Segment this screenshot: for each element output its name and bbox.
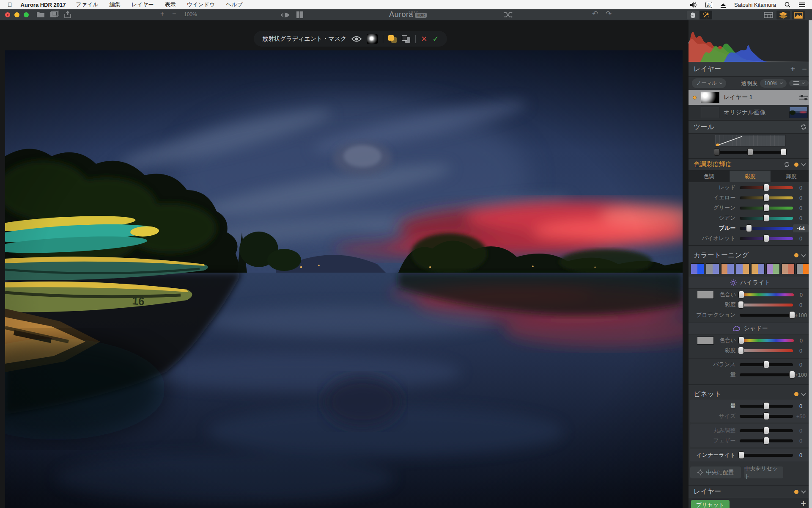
- toning-swatch[interactable]: [721, 263, 735, 274]
- open-file-icon[interactable]: [36, 11, 45, 18]
- layer-menu-button[interactable]: [789, 80, 809, 86]
- reset-icon[interactable]: [784, 161, 790, 168]
- menu-window[interactable]: ウインドウ: [187, 1, 215, 8]
- slider-handle[interactable]: [789, 371, 795, 378]
- histogram[interactable]: [689, 20, 812, 62]
- filter-enabled-dot[interactable]: [794, 392, 798, 396]
- chevron-down-icon[interactable]: [801, 161, 806, 166]
- notification-center-icon[interactable]: [799, 3, 805, 7]
- export-icon[interactable]: [64, 11, 71, 19]
- slider-handle[interactable]: [763, 437, 769, 444]
- menu-file[interactable]: ファイル: [76, 1, 98, 8]
- slider-handle[interactable]: [738, 451, 744, 459]
- filter-enabled-dot[interactable]: [794, 253, 798, 257]
- toning-swatch[interactable]: [751, 263, 765, 274]
- minimize-window-button[interactable]: [14, 12, 19, 17]
- volume-icon[interactable]: [690, 2, 697, 8]
- slider-handle[interactable]: [746, 224, 752, 232]
- mask-thumbnail[interactable]: [367, 34, 378, 44]
- zoom-out-button[interactable]: −: [172, 10, 176, 18]
- batch-icon[interactable]: [50, 11, 59, 18]
- brush-tool-button[interactable]: [700, 11, 712, 19]
- zoom-level[interactable]: 100%: [184, 11, 197, 17]
- undo-button[interactable]: ↶: [592, 9, 598, 18]
- luminosity-tool-widget[interactable]: [689, 134, 812, 158]
- hand-tool-button[interactable]: [687, 11, 700, 19]
- eject-icon[interactable]: [721, 3, 726, 6]
- redo-button[interactable]: ↷: [606, 9, 612, 18]
- slider-handle[interactable]: [738, 347, 744, 354]
- toning-swatch[interactable]: [796, 263, 810, 274]
- filter-enabled-dot[interactable]: [794, 163, 798, 167]
- remove-layer-button[interactable]: −: [802, 64, 807, 74]
- chevron-down-icon[interactable]: [801, 489, 806, 493]
- presets-panel-button[interactable]: [792, 11, 805, 19]
- toning-section-header[interactable]: カラートーニング: [689, 249, 812, 262]
- slider-handle[interactable]: [763, 361, 769, 368]
- input-source-icon[interactable]: あ: [705, 2, 712, 8]
- filter-enabled-dot[interactable]: [794, 490, 798, 494]
- layer-settings-icon[interactable]: [799, 95, 808, 100]
- close-window-button[interactable]: [5, 12, 10, 17]
- presets-button[interactable]: プリセット: [691, 500, 730, 508]
- blend-mode-select[interactable]: ノーマル: [692, 78, 726, 88]
- slider-handle[interactable]: [763, 204, 769, 212]
- black-point-handle[interactable]: [714, 148, 720, 156]
- slider-handle[interactable]: [763, 235, 769, 242]
- layer-visibility-icon[interactable]: [693, 110, 697, 114]
- original-image-thumbnail[interactable]: [789, 107, 808, 118]
- toning-swatch[interactable]: [691, 263, 704, 274]
- zoom-window-button[interactable]: [24, 12, 29, 17]
- slider-handle[interactable]: [763, 194, 769, 202]
- tab-saturation[interactable]: 彩度: [730, 171, 771, 182]
- compare-split-icon[interactable]: [296, 11, 304, 18]
- slider-handle[interactable]: [763, 214, 769, 222]
- highlight-color-swatch[interactable]: [697, 291, 714, 299]
- layer-row-original[interactable]: オリジナル画像: [689, 105, 812, 120]
- slider-handle[interactable]: [738, 301, 744, 309]
- toning-swatch[interactable]: [736, 263, 749, 274]
- shadow-color-swatch[interactable]: [697, 337, 714, 345]
- levels-slider[interactable]: [714, 148, 787, 156]
- slider-handle[interactable]: [738, 291, 744, 298]
- slider-handle[interactable]: [763, 184, 769, 191]
- add-layer-button[interactable]: +: [790, 64, 796, 74]
- zoom-in-button[interactable]: +: [160, 10, 164, 18]
- layer-visibility-icon[interactable]: [693, 96, 697, 99]
- hsl-section-header[interactable]: 色調彩度輝度: [689, 158, 812, 171]
- menu-edit[interactable]: 編集: [110, 1, 121, 8]
- apply-mask-button[interactable]: ✓: [432, 34, 439, 44]
- slider-handle[interactable]: [738, 337, 744, 344]
- layers-panel-button[interactable]: [776, 11, 790, 19]
- toning-swatch[interactable]: [766, 263, 780, 274]
- photo[interactable]: 16: [5, 50, 683, 508]
- slider-handle[interactable]: [789, 311, 795, 319]
- tab-hue[interactable]: 色調: [689, 171, 730, 182]
- bottom-layers-header[interactable]: レイヤー: [689, 485, 812, 498]
- reset-icon[interactable]: [800, 124, 807, 130]
- app-menu[interactable]: Aurora HDR 2017: [21, 2, 66, 8]
- layer-thumbnail[interactable]: [701, 107, 719, 118]
- layer-name[interactable]: オリジナル画像: [724, 109, 785, 116]
- fill-mask-icon[interactable]: [388, 35, 397, 43]
- white-point-handle[interactable]: [781, 148, 787, 156]
- menu-layer[interactable]: レイヤー: [132, 1, 154, 8]
- shuffle-icon[interactable]: [503, 12, 513, 18]
- image-canvas[interactable]: 16 放射状グラディエント・マスク: [0, 20, 689, 508]
- layer-mask-thumbnail[interactable]: [701, 92, 719, 103]
- chevron-down-icon[interactable]: [801, 391, 806, 396]
- layer-name[interactable]: レイヤー 1: [724, 94, 795, 101]
- vignette-section-header[interactable]: ビネット: [689, 388, 812, 400]
- user-menu[interactable]: Satoshi Kitamura: [734, 2, 776, 8]
- place-center-button[interactable]: 中央に配置: [690, 467, 741, 478]
- opacity-select[interactable]: 100%: [760, 79, 787, 88]
- panel-scrollbar[interactable]: [809, 20, 812, 508]
- menu-view[interactable]: 表示: [165, 1, 176, 8]
- tab-luminance[interactable]: 輝度: [771, 171, 812, 182]
- menu-help[interactable]: ヘルプ: [226, 1, 243, 8]
- layer-row-1[interactable]: レイヤー 1: [689, 90, 812, 105]
- tone-curve-preview[interactable]: [715, 135, 786, 146]
- panels-grid-icon[interactable]: [764, 12, 773, 18]
- slider-handle[interactable]: [763, 427, 769, 434]
- toning-swatch[interactable]: [706, 263, 719, 274]
